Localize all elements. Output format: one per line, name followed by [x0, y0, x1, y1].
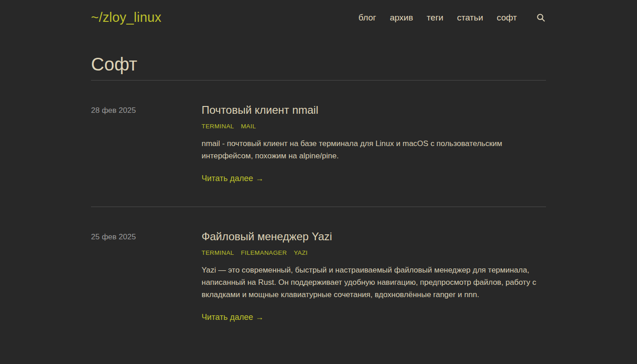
post-card: 28 фев 2025 Почтовый клиент nmail TERMIN…: [91, 81, 546, 207]
site-header: ~/zloy_linux блог архив теги статьи софт: [91, 0, 546, 25]
main-nav: блог архив теги статьи софт: [359, 13, 546, 23]
post-date: 28 фев 2025: [91, 104, 202, 183]
site-logo[interactable]: ~/zloy_linux: [91, 10, 162, 25]
post-tag[interactable]: MAIL: [241, 123, 256, 130]
post-title: Почтовый клиент nmail: [202, 104, 546, 116]
page-container: ~/zloy_linux блог архив теги статьи софт…: [91, 0, 546, 345]
post-title: Файловый менеджер Yazi: [202, 230, 546, 243]
nav-item-blog[interactable]: блог: [359, 13, 376, 23]
post-tags: TERMINAL FILEMANAGER YAZI: [202, 249, 546, 256]
nav-item-archive[interactable]: архив: [390, 13, 413, 23]
post-card: 25 фев 2025 Файловый менеджер Yazi TERMI…: [91, 207, 546, 345]
post-tag[interactable]: YAZI: [294, 249, 308, 256]
search-icon[interactable]: [536, 13, 546, 23]
post-tag[interactable]: FILEMANAGER: [241, 249, 287, 256]
post-body: Файловый менеджер Yazi TERMINAL FILEMANA…: [202, 230, 546, 322]
post-tag[interactable]: TERMINAL: [202, 123, 234, 130]
magnifier-icon-glyph: [536, 13, 546, 23]
page-title: Софт: [91, 54, 546, 81]
nav-item-articles[interactable]: статьи: [457, 13, 483, 23]
post-body: Почтовый клиент nmail TERMINAL MAIL nmai…: [202, 104, 546, 183]
nav-item-soft[interactable]: софт: [497, 13, 517, 23]
post-list: 28 фев 2025 Почтовый клиент nmail TERMIN…: [91, 81, 546, 345]
post-tags: TERMINAL MAIL: [202, 123, 546, 130]
post-excerpt: nmail - почтовый клиент на базе терминал…: [202, 137, 538, 162]
post-excerpt: Yazi — это современный, быстрый и настра…: [202, 264, 538, 301]
read-more-link[interactable]: Читать далее →: [202, 174, 263, 183]
post-title-link[interactable]: Файловый менеджер Yazi: [202, 230, 332, 243]
post-tag[interactable]: TERMINAL: [202, 249, 234, 256]
nav-item-tags[interactable]: теги: [427, 13, 444, 23]
post-date: 25 фев 2025: [91, 230, 202, 322]
post-title-link[interactable]: Почтовый клиент nmail: [202, 104, 318, 116]
read-more-link[interactable]: Читать далее →: [202, 313, 263, 322]
